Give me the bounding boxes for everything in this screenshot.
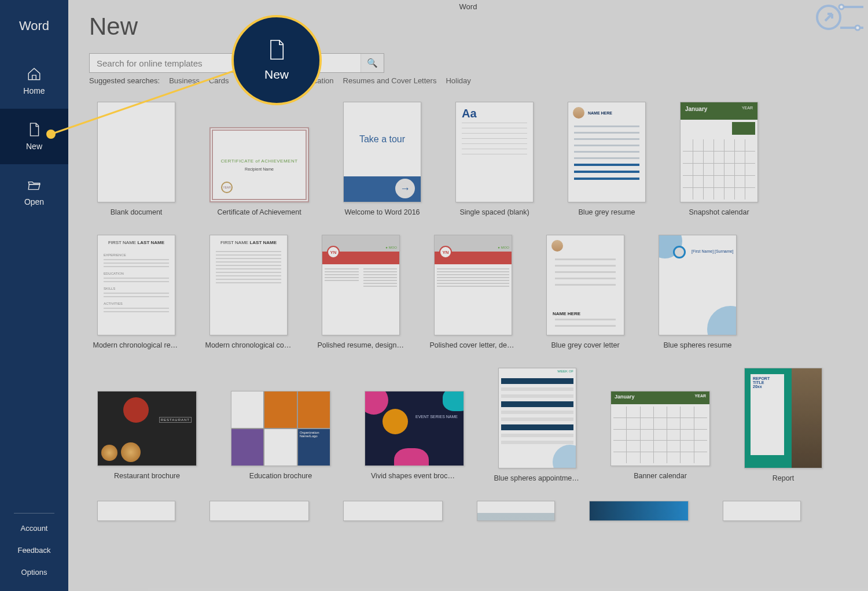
search-button[interactable]: 🔍 <box>361 54 384 72</box>
avatar-icon <box>673 246 686 258</box>
cert-title: CERTIFICATE of ACHIEVEMENT <box>220 158 297 164</box>
template-single-spaced[interactable]: Aa Single spaced (blank) <box>455 102 534 216</box>
template-thumb: CERTIFICATE of ACHIEVEMENT Recipient Nam… <box>209 127 309 202</box>
polc-yn: YN <box>439 246 452 258</box>
nav-new[interactable]: New <box>0 109 68 164</box>
template-banner-calendar[interactable]: JanuaryYEAR Banner calendar <box>610 391 710 482</box>
template-caption: Report <box>740 474 827 482</box>
calendar-grid-icon <box>613 407 707 463</box>
template-thumb <box>97 102 175 202</box>
template-thumb <box>477 501 555 521</box>
nav-open[interactable]: Open <box>0 164 68 220</box>
cert-recipient: Recipient Name <box>245 167 274 171</box>
template-caption: Modern chronological cover l… <box>205 341 292 349</box>
template-thumb: EVENT SERIES NAME <box>365 391 464 466</box>
template-caption: Blank document <box>93 208 180 216</box>
template-caption: Banner calendar <box>617 472 704 480</box>
template-blue-grey-cover-letter[interactable]: NAME HERE Blue grey cover letter <box>546 235 624 349</box>
snap-year: YEAR <box>742 106 753 110</box>
svg-point-4 <box>855 25 860 30</box>
template-thumb <box>343 501 443 521</box>
template-item[interactable] <box>477 501 555 521</box>
template-caption: Vivid shapes event brochure <box>371 472 458 480</box>
window-title: Word <box>68 2 868 11</box>
template-caption: Restaurant brochure <box>104 472 190 480</box>
template-item[interactable] <box>723 501 801 521</box>
mcr-first: FIRST NAME <box>108 240 136 245</box>
nav-home-label: Home <box>23 86 45 95</box>
template-blue-spheres-resume[interactable]: [First Name] [Surname] Blue spheres resu… <box>659 235 737 349</box>
template-item[interactable] <box>209 501 309 521</box>
arrow-right-icon: → <box>395 179 415 198</box>
viv-text: EVENT SERIES NAME <box>415 415 458 419</box>
callout-label: New <box>264 68 289 82</box>
suggested-business[interactable]: Business <box>169 76 200 85</box>
template-caption: Certificate of Achievement <box>216 208 303 216</box>
template-thumb: REPORT TITLE20xx <box>744 368 822 468</box>
ban-month: January <box>615 394 635 400</box>
template-item[interactable] <box>343 501 443 521</box>
pol-yn: YN <box>327 246 340 258</box>
template-thumb <box>723 501 801 521</box>
template-vivid-shapes-brochure[interactable]: EVENT SERIES NAME Vivid shapes event bro… <box>365 391 464 482</box>
cert-badge: YEAR <box>221 182 233 193</box>
apcal-week: WEEK OF <box>499 368 576 376</box>
nav-new-label: New <box>26 142 42 151</box>
template-blue-grey-resume[interactable]: NAME HERE Blue grey resume <box>568 102 646 216</box>
nav-feedback[interactable]: Feedback <box>0 539 68 561</box>
template-caption: Blue spheres resume <box>654 341 741 349</box>
template-modern-cover-letter[interactable]: FIRST NAME LAST NAME Modern chronologica… <box>209 235 288 349</box>
nav-options[interactable]: Options <box>0 561 68 583</box>
aa-text: Aa <box>456 102 533 120</box>
nav-home[interactable]: Home <box>0 53 68 109</box>
template-caption: Blue spheres appointment cal… <box>494 474 581 482</box>
page-heading: New <box>89 13 138 40</box>
template-blank-document[interactable]: Blank document <box>97 102 175 216</box>
template-thumb <box>97 501 175 521</box>
template-modern-resume[interactable]: FIRST NAME LAST NAME EXPERIENCE EDUCATIO… <box>97 235 175 349</box>
suggested-holiday[interactable]: Holiday <box>446 76 470 85</box>
mcc-first: FIRST NAME <box>220 240 248 245</box>
template-caption: Education brochure <box>237 472 324 480</box>
template-snapshot-calendar[interactable]: JanuaryYEAR Snapshot calendar <box>680 102 758 216</box>
template-item[interactable] <box>97 501 175 521</box>
template-thumb: Take a tour → <box>343 102 421 202</box>
main-area: Word New 🔍 Suggested searches: Business … <box>68 0 868 591</box>
nav-account[interactable]: Account <box>0 517 68 539</box>
template-education-brochure[interactable]: Organization Name/Logo Education brochur… <box>231 391 330 482</box>
avatar-icon <box>551 240 563 252</box>
template-thumb: RESTAURANT <box>97 391 197 466</box>
template-caption: Blue grey cover letter <box>542 341 629 349</box>
nav-open-label: Open <box>24 197 44 206</box>
nav-feedback-label: Feedback <box>17 546 50 555</box>
template-item[interactable] <box>589 501 689 521</box>
template-polished-cover-letter[interactable]: YN● MOO Polished cover letter, designe… <box>434 235 512 349</box>
template-report[interactable]: REPORT TITLE20xx Report <box>744 368 822 482</box>
template-certificate[interactable]: CERTIFICATE of ACHIEVEMENT Recipient Nam… <box>209 127 309 216</box>
tour-text: Take a tour <box>344 102 421 176</box>
template-welcome-tour[interactable]: Take a tour → Welcome to Word 2016 <box>343 102 421 216</box>
suggested-label: Suggested searches: <box>89 76 160 85</box>
template-caption: Snapshot calendar <box>676 208 763 216</box>
annotation-callout: New <box>231 15 322 105</box>
polc-brand: MOO <box>501 246 509 249</box>
template-thumb <box>209 501 309 521</box>
calendar-grid-icon <box>683 139 755 200</box>
rest-label: RESTAURANT <box>159 417 192 423</box>
template-caption: Modern chronological resume <box>93 341 180 349</box>
template-caption: Single spaced (blank) <box>451 208 538 216</box>
template-thumb: Aa <box>455 102 534 202</box>
template-thumb: Organization Name/Logo <box>231 391 330 466</box>
template-polished-resume[interactable]: YN● MOO Polished resume, designed b… <box>322 235 400 349</box>
template-thumb: [First Name] [Surname] <box>659 235 737 335</box>
rep-title: REPORT TITLE <box>753 376 782 385</box>
template-restaurant-brochure[interactable]: RESTAURANT Restaurant brochure <box>97 391 197 482</box>
suggested-cards[interactable]: Cards <box>209 76 229 85</box>
template-thumb: JanuaryYEAR <box>610 391 710 466</box>
template-thumb: JanuaryYEAR <box>680 102 758 202</box>
template-thumb: FIRST NAME LAST NAME <box>209 235 288 335</box>
template-blue-spheres-calendar[interactable]: WEEK OF Blue spheres appointment cal… <box>498 368 576 482</box>
document-icon <box>268 39 285 61</box>
suggested-resumes[interactable]: Resumes and Cover Letters <box>343 76 437 85</box>
template-caption: Polished resume, designed b… <box>318 341 404 349</box>
